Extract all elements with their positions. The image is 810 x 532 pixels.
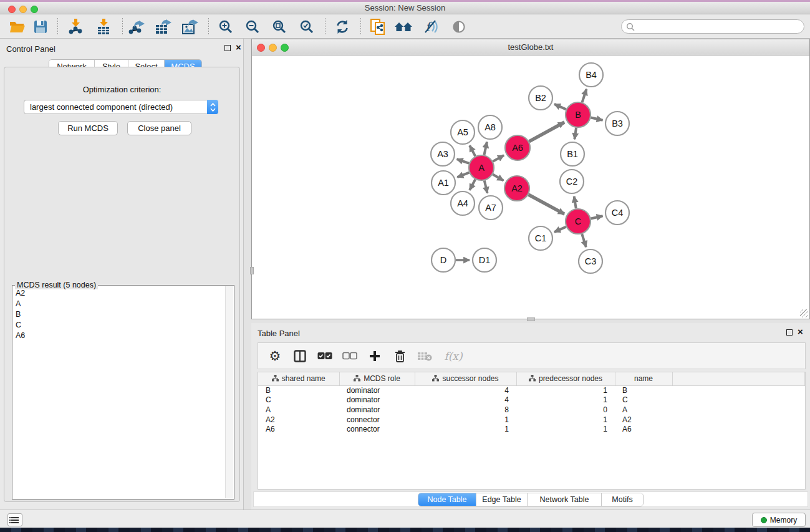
graph-node-B2[interactable]: B2 xyxy=(529,86,552,110)
table-row[interactable]: Adominator 80 A xyxy=(258,405,805,415)
result-item[interactable]: A xyxy=(13,298,224,309)
graph-edge-B-B3[interactable] xyxy=(591,118,602,120)
window-resize-grip[interactable] xyxy=(800,309,808,317)
graph-node-A2[interactable]: A2 xyxy=(504,176,529,201)
float-panel-icon[interactable] xyxy=(224,45,231,51)
column-header-shared-name[interactable]: shared name xyxy=(258,372,339,385)
zoom-fit-button[interactable] xyxy=(269,17,290,36)
deselect-all-button[interactable] xyxy=(342,352,358,360)
result-item[interactable]: A6 xyxy=(13,330,224,341)
tab-network-table[interactable]: Network Table xyxy=(528,493,602,506)
table-row[interactable]: A6connector 11 A6 xyxy=(258,424,805,434)
open-session-button[interactable] xyxy=(7,17,28,36)
graph-edge-A-A4[interactable] xyxy=(470,180,475,190)
close-table-panel-icon[interactable]: × xyxy=(798,326,803,337)
table-row[interactable]: A2connector 11 A2 xyxy=(258,415,805,425)
show-columns-button[interactable] xyxy=(292,350,308,362)
table-row[interactable]: Cdominator 41 C xyxy=(258,395,805,405)
graph-edge-A6-B[interactable] xyxy=(529,122,564,142)
graph-edge-C-C2[interactable] xyxy=(574,196,576,209)
result-scrollbar[interactable] xyxy=(225,286,233,498)
graph-edge-A-A5[interactable] xyxy=(470,145,475,156)
show-panels-button[interactable] xyxy=(7,513,22,526)
graph-node-A1[interactable]: A1 xyxy=(432,171,455,195)
network-graph[interactable]: B4B2BB3A8A5A6A3B1AC2A1A2A4A7C4CC1C3DD1 xyxy=(252,56,809,319)
toolbar-search-field[interactable] xyxy=(621,19,804,34)
zoom-in-button[interactable] xyxy=(215,17,236,36)
minimize-window-button[interactable] xyxy=(19,6,27,13)
graph-node-C[interactable]: C xyxy=(566,209,591,234)
result-item[interactable]: B xyxy=(13,309,224,319)
close-window-button[interactable] xyxy=(8,6,16,13)
select-all-button[interactable] xyxy=(317,352,333,360)
graph-edge-A-A1[interactable] xyxy=(457,173,469,178)
result-item[interactable]: C xyxy=(13,319,224,330)
graph-node-A5[interactable]: A5 xyxy=(451,120,475,144)
canvas-horizontal-scroll-thumb[interactable] xyxy=(527,317,535,321)
close-panel-icon[interactable]: × xyxy=(236,42,241,53)
graph-node-D1[interactable]: D1 xyxy=(473,248,496,272)
run-mcds-button[interactable]: Run MCDS xyxy=(58,121,118,135)
export-network-button[interactable] xyxy=(126,17,147,36)
search-input[interactable] xyxy=(635,21,804,32)
import-network-button[interactable] xyxy=(65,17,86,36)
network-maximize-button[interactable] xyxy=(281,44,289,52)
graph-node-D[interactable]: D xyxy=(432,248,455,272)
cybrowser-home-button[interactable] xyxy=(393,17,414,36)
hide-graphics-details-button[interactable]: f xyxy=(420,17,441,36)
graph-edge-A-A8[interactable] xyxy=(484,142,487,155)
column-header-name[interactable]: name xyxy=(615,372,672,385)
add-column-button[interactable] xyxy=(367,351,383,362)
graph-node-A7[interactable]: A7 xyxy=(479,196,503,220)
graph-edge-A-A2[interactable] xyxy=(493,175,503,181)
graph-edge-B-B4[interactable] xyxy=(582,89,587,102)
graph-edge-A-A7[interactable] xyxy=(485,180,488,193)
column-header-successor-nodes[interactable]: successor nodes xyxy=(415,372,516,385)
graph-node-B4[interactable]: B4 xyxy=(579,63,603,87)
tab-motifs[interactable]: Motifs xyxy=(602,493,643,506)
network-window-titlebar[interactable]: testGlobe.txt xyxy=(252,39,809,56)
graph-node-C3[interactable]: C3 xyxy=(579,249,602,273)
graph-edge-C-C3[interactable] xyxy=(582,234,586,247)
table-settings-button[interactable]: ⚙ xyxy=(267,349,283,362)
table-row[interactable]: Bdominator 41 B xyxy=(258,385,805,395)
tab-node-table[interactable]: Node Table xyxy=(418,493,476,506)
delete-column-button[interactable] xyxy=(392,350,408,362)
network-close-button[interactable] xyxy=(257,44,265,52)
graph-node-A4[interactable]: A4 xyxy=(451,191,475,215)
graph-edge-A2-C[interactable] xyxy=(528,195,564,214)
zoom-out-button[interactable] xyxy=(242,17,263,36)
export-table-button[interactable] xyxy=(153,17,174,36)
graph-node-A3[interactable]: A3 xyxy=(431,142,455,166)
memory-button[interactable]: Memory xyxy=(752,513,806,527)
graph-node-C1[interactable]: C1 xyxy=(529,226,552,250)
zoom-selected-button[interactable] xyxy=(296,17,317,36)
show-hide-eye-button[interactable] xyxy=(448,17,470,36)
graph-node-B[interactable]: B xyxy=(566,102,591,127)
criterion-dropdown[interactable]: largest connected component (directed) xyxy=(24,100,218,114)
graph-edge-C-C4[interactable] xyxy=(591,216,602,218)
canvas-vertical-scroll-thumb[interactable] xyxy=(250,267,254,274)
tab-edge-table[interactable]: Edge Table xyxy=(476,493,528,506)
maximize-window-button[interactable] xyxy=(31,6,38,13)
refresh-layout-button[interactable] xyxy=(332,17,353,36)
clone-network-button[interactable] xyxy=(367,17,388,36)
column-header-mcds-role[interactable]: MCDS role xyxy=(339,372,415,385)
column-header-predecessor-nodes[interactable]: predecessor nodes xyxy=(516,372,615,385)
graph-node-C2[interactable]: C2 xyxy=(560,170,584,193)
result-item[interactable]: A2 xyxy=(13,288,224,298)
node-table[interactable]: shared name MCDS role successor nodes pr… xyxy=(258,372,806,490)
mcds-result-list[interactable]: A2 A B C A6 xyxy=(13,288,224,498)
network-canvas[interactable]: B4B2BB3A8A5A6A3B1AC2A1A2A4A7C4CC1C3DD1 xyxy=(252,56,809,319)
graph-edge-B-B1[interactable] xyxy=(574,128,576,139)
save-session-button[interactable] xyxy=(30,17,51,36)
graph-edge-B-B2[interactable] xyxy=(554,104,566,110)
graph-node-A6[interactable]: A6 xyxy=(505,135,530,160)
graph-node-A[interactable]: A xyxy=(469,155,494,180)
export-image-button[interactable] xyxy=(180,17,201,36)
import-table-button[interactable] xyxy=(93,17,114,36)
graph-edge-C-C1[interactable] xyxy=(554,227,566,233)
close-panel-button[interactable]: Close panel xyxy=(127,121,191,135)
network-minimize-button[interactable] xyxy=(269,44,277,52)
graph-node-A8[interactable]: A8 xyxy=(478,115,502,139)
